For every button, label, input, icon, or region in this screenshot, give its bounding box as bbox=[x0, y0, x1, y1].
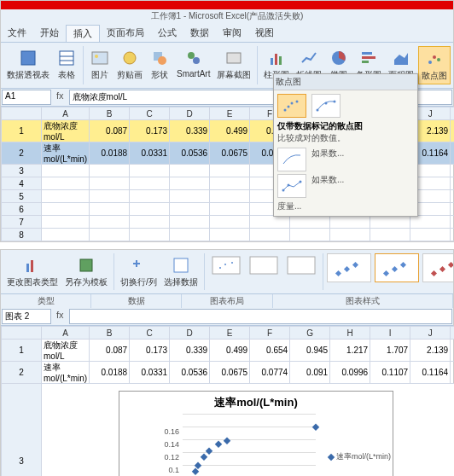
svg-point-10 bbox=[193, 57, 200, 64]
fx-icon-2[interactable]: fx bbox=[51, 309, 69, 324]
ribbon-2: 更改图表类型 另存为模板 切换行/列 选择数据 bbox=[1, 250, 453, 294]
layout-1[interactable] bbox=[208, 253, 244, 290]
chart-point[interactable] bbox=[206, 448, 212, 455]
tab-file[interactable]: 文件 bbox=[1, 25, 33, 42]
clipart-button[interactable]: 剪贴画 bbox=[114, 46, 145, 84]
spreadsheet-2[interactable]: ABCDEFGHIJK 1底物浓度mol/L0.0870.1730.3390.4… bbox=[1, 326, 453, 476]
svg-rect-40 bbox=[26, 264, 29, 272]
svg-point-31 bbox=[288, 106, 290, 108]
chart-point[interactable] bbox=[224, 437, 230, 444]
scatter-option-4[interactable] bbox=[277, 174, 306, 198]
svg-point-5 bbox=[95, 55, 98, 58]
scatter-option-3[interactable] bbox=[277, 148, 306, 171]
svg-point-20 bbox=[428, 61, 432, 64]
group-data: 数据 bbox=[91, 294, 182, 308]
fx-icon[interactable]: fx bbox=[51, 90, 69, 105]
layout-3[interactable] bbox=[283, 253, 319, 290]
svg-point-36 bbox=[334, 101, 336, 103]
chart-title[interactable]: 速率mol/(L*min) bbox=[119, 392, 393, 414]
style-1[interactable] bbox=[327, 253, 371, 282]
svg-rect-16 bbox=[362, 52, 372, 55]
title-bar: 工作簿1 - Microsoft Excel(产品激活失败) bbox=[1, 9, 453, 23]
tab-formula[interactable]: 公式 bbox=[151, 25, 183, 42]
scatter-dropdown: 散点图 仅带数据标记的散点图 比较成对的数值。 如果数... 如果数... 度量… bbox=[273, 73, 418, 217]
formula-bar-2[interactable] bbox=[69, 309, 452, 324]
ribbon-tabs: 文件 开始 插入 页面布局 公式 数据 审阅 视图 bbox=[1, 23, 453, 43]
svg-rect-1 bbox=[60, 51, 73, 65]
svg-point-45 bbox=[219, 267, 221, 269]
svg-rect-12 bbox=[271, 58, 273, 65]
smartart-button[interactable]: SmartArt bbox=[174, 46, 212, 84]
chart[interactable]: 速率mol/(L*min) 00.020.040.060.080.10.120.… bbox=[119, 391, 393, 476]
table-button[interactable]: 表格 bbox=[54, 46, 79, 84]
svg-rect-14 bbox=[279, 56, 282, 65]
svg-point-37 bbox=[282, 189, 285, 192]
tab-home[interactable]: 开始 bbox=[33, 25, 66, 42]
style-2[interactable] bbox=[375, 253, 419, 282]
svg-point-32 bbox=[291, 102, 294, 105]
screenshot-button[interactable]: 屏幕截图 bbox=[214, 46, 253, 84]
svg-rect-18 bbox=[362, 61, 369, 63]
style-3[interactable] bbox=[422, 253, 453, 282]
name-box[interactable]: A1 bbox=[2, 90, 51, 105]
option-title: 仅带数据标记的散点图 bbox=[277, 120, 414, 132]
svg-point-9 bbox=[188, 52, 195, 59]
svg-point-8 bbox=[158, 56, 166, 65]
svg-point-39 bbox=[300, 181, 302, 183]
svg-point-35 bbox=[325, 102, 328, 105]
tab-review[interactable]: 审阅 bbox=[216, 25, 248, 42]
svg-rect-13 bbox=[275, 54, 277, 65]
svg-point-22 bbox=[437, 58, 440, 61]
dropdown-title: 散点图 bbox=[274, 74, 417, 90]
svg-rect-41 bbox=[31, 260, 33, 272]
svg-rect-4 bbox=[92, 52, 108, 64]
svg-point-6 bbox=[124, 52, 136, 64]
picture-button[interactable]: 图片 bbox=[87, 46, 113, 84]
tab-insert[interactable]: 插入 bbox=[66, 25, 100, 42]
layout-2[interactable] bbox=[246, 253, 282, 290]
svg-rect-43 bbox=[174, 258, 188, 272]
svg-rect-17 bbox=[362, 56, 375, 59]
group-styles: 图表样式 bbox=[273, 294, 453, 308]
scatter-option-1[interactable] bbox=[277, 94, 306, 118]
pivot-button[interactable]: 数据透视表 bbox=[4, 46, 52, 84]
svg-point-47 bbox=[231, 262, 233, 264]
other-chart-button[interactable]: 其他图表 bbox=[452, 46, 453, 84]
svg-rect-0 bbox=[21, 51, 35, 65]
tab-layout[interactable]: 页面布局 bbox=[100, 25, 151, 42]
scatter-option-2[interactable] bbox=[311, 94, 340, 118]
name-box-2[interactable]: 图表 2 bbox=[2, 309, 51, 324]
chart-point[interactable] bbox=[201, 453, 207, 460]
group-type: 类型 bbox=[1, 294, 91, 308]
svg-rect-42 bbox=[80, 259, 92, 271]
change-chart-type-button[interactable]: 更改图表类型 bbox=[4, 253, 61, 290]
tab-view[interactable]: 视图 bbox=[248, 25, 281, 42]
switch-row-col-button[interactable]: 切换行/列 bbox=[118, 253, 160, 290]
svg-point-34 bbox=[317, 109, 319, 112]
shapes-button[interactable]: 形状 bbox=[147, 46, 172, 84]
svg-marker-19 bbox=[394, 53, 408, 65]
red-bar bbox=[1, 1, 453, 9]
svg-point-46 bbox=[224, 264, 226, 265]
svg-rect-49 bbox=[288, 257, 315, 274]
tab-data[interactable]: 数据 bbox=[183, 25, 216, 42]
svg-rect-44 bbox=[212, 257, 240, 274]
group-layout: 图表布局 bbox=[182, 294, 272, 308]
option-desc: 比较成对的数值。 bbox=[277, 132, 414, 144]
chart-point[interactable] bbox=[215, 440, 222, 447]
svg-rect-48 bbox=[250, 257, 277, 274]
select-data-button[interactable]: 选择数据 bbox=[161, 253, 201, 290]
svg-point-21 bbox=[433, 55, 436, 59]
svg-point-38 bbox=[288, 184, 290, 187]
chart-point[interactable] bbox=[312, 424, 319, 431]
chart-legend[interactable]: 速率mol/(L*min) bbox=[329, 451, 391, 462]
svg-point-30 bbox=[284, 109, 287, 112]
svg-point-33 bbox=[296, 101, 299, 103]
chart-plot-area[interactable]: 00.020.040.060.080.10.120.140.16 bbox=[154, 414, 316, 476]
scatter-chart-button[interactable]: 散点图 bbox=[418, 46, 451, 84]
svg-rect-11 bbox=[227, 53, 241, 63]
save-template-button[interactable]: 另存为模板 bbox=[62, 253, 110, 290]
